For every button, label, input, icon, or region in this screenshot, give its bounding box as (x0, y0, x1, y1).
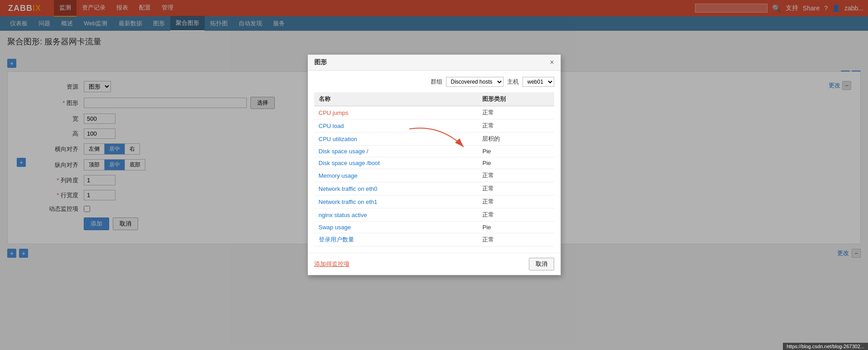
graph-name-link-6[interactable]: Network traffic on eth0 (319, 185, 378, 192)
col-name: 名称 (314, 92, 478, 106)
graph-type-2: 层积的 (478, 132, 554, 146)
graphs-table: 名称 图形类别 CPU jumps正常CPU load正常CPU utiliza… (314, 92, 554, 246)
graph-type-4: Pie (478, 157, 554, 169)
graph-type-10: 正常 (478, 233, 554, 246)
add-monitoring-link[interactable]: 添加得监控项 (314, 260, 350, 268)
graph-name-link-4[interactable]: Disk space usage /boot (319, 160, 380, 166)
table-row: Swap usagePie (314, 222, 554, 233)
graph-name-link-10[interactable]: 登录用户数量 (319, 236, 354, 243)
modal-header: 图形 × (308, 55, 561, 71)
graph-name-link-8[interactable]: nginx status active (319, 212, 367, 218)
graph-name-link-1[interactable]: CPU load (319, 123, 344, 129)
modal-footer: 添加得监控项 取消 (308, 253, 561, 275)
table-row: CPU load正常 (314, 119, 554, 132)
graph-type-7: 正常 (478, 195, 554, 208)
graph-type-0: 正常 (478, 106, 554, 119)
table-row: Network traffic on eth1正常 (314, 195, 554, 208)
table-row: CPU utilization层积的 (314, 132, 554, 146)
graph-type-5: 正常 (478, 169, 554, 182)
graph-name-link-5[interactable]: Memory usage (319, 172, 358, 179)
modal-close-button[interactable]: × (550, 58, 554, 66)
modal-filters: 群组 Discovered hosts 主机 web01 (314, 77, 554, 87)
graph-name-link-9[interactable]: Swap usage (319, 224, 351, 231)
graph-type-9: Pie (478, 222, 554, 233)
table-row: Disk space usage /bootPie (314, 157, 554, 169)
group-filter-select[interactable]: Discovered hosts (446, 77, 504, 87)
table-row: Network traffic on eth0正常 (314, 182, 554, 195)
table-body: CPU jumps正常CPU load正常CPU utilization层积的D… (314, 106, 554, 246)
modal-body: 群组 Discovered hosts 主机 web01 名称 图形类别 (308, 71, 561, 253)
graph-name-link-7[interactable]: Network traffic on eth1 (319, 199, 378, 205)
group-filter-label: 群组 (431, 78, 442, 86)
host-filter-label: 主机 (507, 78, 519, 86)
graph-name-link-2[interactable]: CPU utilization (319, 136, 357, 142)
graph-name-link-0[interactable]: CPU jumps (319, 109, 349, 116)
modal-overlay[interactable]: 图形 × 群组 Discovered hosts 主机 web01 名称 (0, 0, 868, 322)
table-row: nginx status active正常 (314, 208, 554, 222)
host-filter-select[interactable]: web01 (523, 77, 554, 87)
graph-type-3: Pie (478, 146, 554, 157)
table-row: CPU jumps正常 (314, 106, 554, 119)
modal-cancel-button[interactable]: 取消 (529, 258, 554, 270)
graph-type-1: 正常 (478, 119, 554, 132)
table-header: 名称 图形类别 (314, 92, 554, 106)
graph-select-modal: 图形 × 群组 Discovered hosts 主机 web01 名称 (307, 54, 561, 275)
modal-title: 图形 (314, 58, 327, 66)
graph-type-6: 正常 (478, 182, 554, 195)
table-row: Memory usage正常 (314, 169, 554, 182)
graph-name-link-3[interactable]: Disk space usage / (319, 148, 369, 155)
col-type: 图形类别 (478, 92, 554, 106)
table-row: Disk space usage /Pie (314, 146, 554, 157)
graph-type-8: 正常 (478, 208, 554, 222)
table-row: 登录用户数量正常 (314, 233, 554, 246)
